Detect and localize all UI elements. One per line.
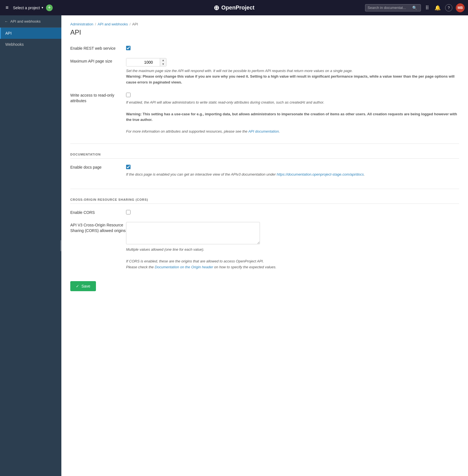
menu-icon[interactable]: ≡ [3,3,11,13]
navbar-right: 🔍 ⠿ 🔔 ? MB [365,3,465,12]
breadcrumb-api-webhooks[interactable]: API and webhooks [98,22,128,26]
sidebar-back-label: API and webhooks [10,19,40,23]
enable-cors-control [126,209,459,215]
sidebar-resize-handle[interactable] [60,240,61,251]
origin-header-link[interactable]: Documentation on the Origin header [155,265,213,269]
write-access-warning: Warning: This setting has a use-case for… [126,112,457,122]
number-input-wrapper: ▲ ▼ [126,58,167,66]
search-box[interactable]: 🔍 [365,4,421,11]
enable-cors-label: Enable CORS [70,209,126,216]
breadcrumb-current: API [132,22,138,26]
enable-rest-checkbox[interactable] [126,46,131,50]
add-project-button[interactable]: + [46,4,53,11]
search-icon: 🔍 [412,6,417,10]
documentation-section: DOCUMENTATION Enable docs page If the do… [70,153,459,178]
search-input[interactable] [368,6,412,10]
enable-docs-row: Enable docs page If the docs page is ena… [70,164,459,178]
write-access-desc: If enabled, the API will allow administr… [126,100,459,135]
write-access-more-prefix: For more information on attributes and s… [126,129,248,133]
logo-text: OpenProject [221,4,255,11]
grid-icon[interactable]: ⠿ [424,4,430,12]
avatar[interactable]: MB [456,3,465,12]
max-page-size-row: Maximum API page size ▲ ▼ Set the maximu… [70,58,459,85]
enable-docs-label: Enable docs page [70,164,126,170]
project-selector[interactable]: Select a project ▼ [13,6,44,10]
allowed-origins-label: API V3 Cross-Origin Resource Sharing (CO… [70,222,126,233]
navbar: ≡ Select a project ▼ + ⊕ OpenProject 🔍 ⠿… [0,0,468,15]
cors-section: CROSS-ORIGIN RESOURCE SHARING (CORS) Ena… [70,198,459,270]
documentation-section-header: DOCUMENTATION [70,153,459,159]
section-divider-docs [70,143,459,144]
sidebar-item-api-label: API [5,31,12,35]
project-label: Select a project [13,6,40,10]
page-title: API [70,28,459,36]
write-access-checkbox[interactable] [126,93,131,97]
max-page-size-warning: Warning: Please only change this value i… [126,74,455,84]
save-button[interactable]: ✓ Save [70,281,96,291]
app-logo: ⊕ OpenProject [214,4,255,12]
allowed-origins-textarea[interactable] [126,222,260,244]
enable-rest-row: Enable REST web service [70,45,459,51]
max-page-size-label: Maximum API page size [70,58,126,64]
sidebar-item-api[interactable]: API [0,28,61,39]
write-access-control: If enabled, the API will allow administr… [126,92,459,135]
cors-section-header: CROSS-ORIGIN RESOURCE SHARING (CORS) [70,198,459,204]
bell-icon[interactable]: 🔔 [433,4,442,12]
max-page-size-control: ▲ ▼ Set the maximum page size the API wi… [126,58,459,85]
write-access-row: Write access to read-only attributes If … [70,92,459,135]
sidebar-item-webhooks-label: Webhooks [5,42,24,47]
allowed-origins-control: Multiple values allowed (one line for ea… [126,222,459,270]
enable-docs-control: If the docs page is enabled you can get … [126,164,459,178]
allowed-origins-row: API V3 Cross-Origin Resource Sharing (CO… [70,222,459,270]
breadcrumb-administration[interactable]: Administration [70,22,93,26]
save-button-label: Save [81,284,90,288]
enable-docs-desc: If the docs page is enabled you can get … [126,172,459,178]
docs-link[interactable]: https://documentation.openproject-stage.… [277,172,364,176]
logo-icon: ⊕ [214,4,219,12]
spinner-up[interactable]: ▲ [160,58,166,62]
main-content: Administration / API and webhooks / API … [61,15,468,476]
help-icon[interactable]: ? [445,4,452,11]
project-caret: ▼ [41,6,44,9]
save-checkmark-icon: ✓ [76,284,79,288]
back-arrow-icon: ← [4,19,8,23]
write-access-more-suffix: . [279,129,280,133]
max-page-size-desc: Set the maximum page size the API will r… [126,68,459,85]
api-documentation-link[interactable]: API documentation [248,129,279,133]
section-divider-cors [70,189,459,189]
spinner-down[interactable]: ▼ [160,62,166,66]
sidebar-item-webhooks[interactable]: Webhooks [0,39,61,50]
enable-docs-checkbox[interactable] [126,165,131,169]
number-spinners: ▲ ▼ [160,58,166,66]
write-access-label: Write access to read-only attributes [70,92,126,104]
breadcrumb: Administration / API and webhooks / API [70,22,459,26]
enable-rest-control [126,45,459,51]
allowed-origins-desc: Multiple values allowed (one line for ea… [126,247,459,270]
sidebar-back[interactable]: ← API and webhooks [0,15,61,28]
breadcrumb-sep-2: / [129,22,131,26]
enable-cors-row: Enable CORS [70,209,459,216]
sidebar: ← API and webhooks API Webhooks [0,15,61,476]
max-page-size-input[interactable] [126,58,160,66]
enable-rest-label: Enable REST web service [70,45,126,51]
breadcrumb-sep-1: / [95,22,96,26]
enable-cors-checkbox[interactable] [126,210,131,214]
